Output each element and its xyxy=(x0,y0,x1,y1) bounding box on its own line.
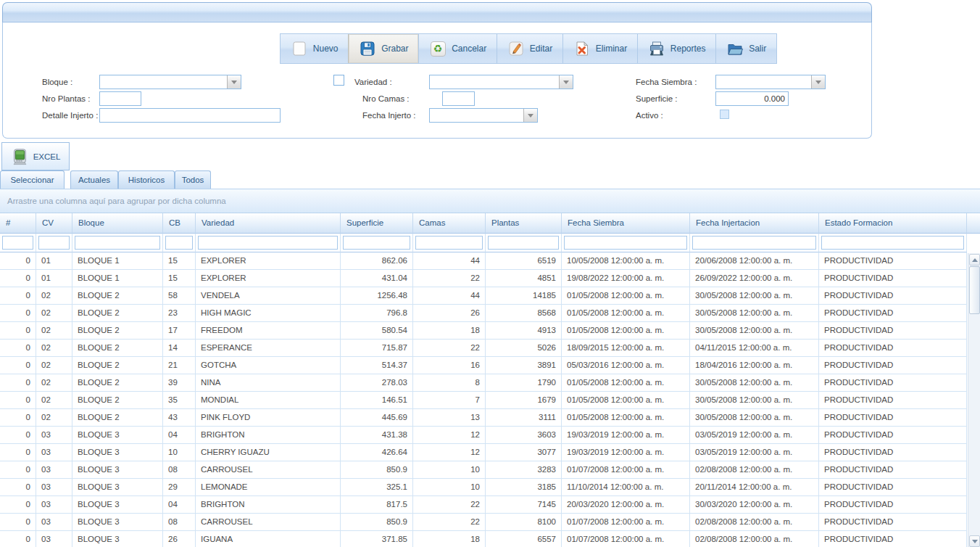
exit-button[interactable]: Salir xyxy=(715,34,776,63)
filter-input-bloque[interactable] xyxy=(75,236,160,250)
cell-plantas: 1790 xyxy=(486,374,562,392)
cancel-button[interactable]: ♻ Cancelar xyxy=(418,34,497,63)
table-row[interactable]: 003BLOQUE 308CARROUSEL850.922810001/07/2… xyxy=(0,514,980,531)
column-header-[interactable]: # xyxy=(0,213,36,234)
cell-cb: 39 xyxy=(163,374,196,392)
tab-todos[interactable]: Todos xyxy=(175,170,211,189)
fecha-siembra-dropdown-button[interactable] xyxy=(811,75,825,89)
fecha-siembra-combobox[interactable] xyxy=(715,75,826,89)
cell-fecha-siembra: 10/05/2008 12:00:00 a. m. xyxy=(562,252,690,270)
cell-: 0 xyxy=(0,531,36,547)
column-header-camas[interactable]: Camas xyxy=(413,213,486,234)
column-header-fecha-siembra[interactable]: Fecha Siembra xyxy=(562,213,690,234)
filter-input-cv[interactable] xyxy=(38,236,70,250)
table-row[interactable]: 003BLOQUE 308CARROUSEL850.910328301/07/2… xyxy=(0,461,980,479)
filter-input-variedad[interactable] xyxy=(198,236,338,250)
cell-cv: 02 xyxy=(36,287,72,305)
table-row[interactable]: 003BLOQUE 329LEMONADE325.110318511/10/20… xyxy=(0,479,980,496)
table-row[interactable]: 002BLOQUE 239NINA278.038179001/05/2008 1… xyxy=(0,374,980,392)
cell-variedad: CARROUSEL xyxy=(196,461,341,479)
vertical-scrollbar[interactable] xyxy=(968,253,980,547)
column-header-variedad[interactable]: Variedad xyxy=(196,213,341,234)
tab-historicos[interactable]: Historicos xyxy=(118,170,175,189)
excel-icon xyxy=(11,148,28,165)
new-button[interactable]: Nuevo xyxy=(281,34,348,63)
fecha-injerto-dropdown-button[interactable] xyxy=(523,109,537,122)
superficie-input[interactable] xyxy=(715,91,789,106)
column-header-bloque[interactable]: Bloque xyxy=(72,213,163,234)
save-button[interactable]: Grabar xyxy=(348,34,418,63)
table-row[interactable]: 003BLOQUE 304BRIGHTON817.522714520/03/20… xyxy=(0,496,980,514)
tab-seleccionar[interactable]: Seleccionar xyxy=(0,170,65,189)
table-row[interactable]: 003BLOQUE 304BRIGHTON431.3812360319/03/2… xyxy=(0,427,980,444)
column-header-superficie[interactable]: Superficie xyxy=(341,213,413,234)
cell-cb: 15 xyxy=(163,270,196,287)
bloque-dropdown-button[interactable] xyxy=(227,75,241,89)
column-header-estado-formacion[interactable]: Estado Formacion xyxy=(819,213,967,234)
table-row[interactable]: 002BLOQUE 221GOTCHA514.3716389105/03/201… xyxy=(0,357,980,374)
filter-cell-bloque xyxy=(72,234,163,252)
scrollbar-thumb[interactable] xyxy=(969,266,980,314)
cell-camas: 13 xyxy=(413,409,486,427)
column-header-fecha-injertacion[interactable]: Fecha Injertacion xyxy=(690,213,819,234)
excel-button[interactable]: EXCEL xyxy=(1,142,70,170)
table-row[interactable]: 001BLOQUE 115EXPLORER862.0644651910/05/2… xyxy=(0,252,980,270)
edit-button[interactable]: Editar xyxy=(497,34,562,63)
reports-button[interactable]: Reportes xyxy=(637,34,715,63)
variedad-dropdown-button[interactable] xyxy=(559,75,573,89)
column-header-cv[interactable]: CV xyxy=(36,213,72,234)
bloque-combobox[interactable] xyxy=(99,75,241,89)
fecha-injerto-combobox[interactable] xyxy=(429,108,538,123)
scroll-up-button[interactable] xyxy=(969,254,980,266)
cell-camas: 22 xyxy=(413,340,486,357)
cell-cb: 15 xyxy=(163,252,196,270)
nro-camas-input[interactable] xyxy=(442,91,475,106)
filter-cell-estado-formacion xyxy=(819,234,967,252)
cell-variedad: PINK FLOYD xyxy=(196,409,341,427)
cell-fecha-siembra: 05/03/2016 12:00:00 a. m. xyxy=(562,357,690,374)
cell-variedad: EXPLORER xyxy=(196,270,341,287)
filter-input-[interactable] xyxy=(2,236,33,250)
cell-fecha-injertacion: 20/06/2008 12:00:00 a. m. xyxy=(690,252,819,270)
cell-superficie: 426.64 xyxy=(341,444,413,461)
cell-variedad: VENDELA xyxy=(196,287,341,305)
cell-bloque: BLOQUE 3 xyxy=(72,461,163,479)
edit-icon xyxy=(507,40,525,57)
filter-input-camas[interactable] xyxy=(415,236,483,250)
filter-input-superficie[interactable] xyxy=(343,236,410,250)
grid-filter-row xyxy=(0,234,980,252)
table-row[interactable]: 001BLOQUE 115EXPLORER431.0422485119/08/2… xyxy=(0,270,980,287)
cell-bloque: BLOQUE 3 xyxy=(72,531,163,547)
table-row[interactable]: 002BLOQUE 243PINK FLOYD445.6913311101/05… xyxy=(0,409,980,427)
tab-actuales[interactable]: Actuales xyxy=(70,170,118,189)
filter-input-fecha-injertacion[interactable] xyxy=(692,236,816,250)
filter-input-plantas[interactable] xyxy=(488,236,559,250)
column-header-plantas[interactable]: Plantas xyxy=(486,213,562,234)
table-row[interactable]: 003BLOQUE 310CHERRY IGUAZU426.6412307719… xyxy=(0,444,980,461)
variedad-combobox[interactable] xyxy=(429,75,573,89)
column-header-cb[interactable]: CB xyxy=(163,213,196,234)
cell-estado-formacion: PRODUCTIVIDAD xyxy=(819,270,967,287)
table-row[interactable]: 002BLOQUE 258VENDELA1256.48441418501/05/… xyxy=(0,287,980,305)
table-row[interactable]: 003BLOQUE 326IGUANA371.8518655701/07/200… xyxy=(0,531,980,547)
table-row[interactable]: 002BLOQUE 235MONDIAL146.517167901/05/200… xyxy=(0,392,980,409)
cell-fecha-injertacion: 30/05/2008 12:00:00 a. m. xyxy=(690,392,819,409)
cell-superficie: 850.9 xyxy=(341,514,413,531)
filter-input-cb[interactable] xyxy=(165,236,193,250)
cell-variedad: GOTCHA xyxy=(196,357,341,374)
cell-fecha-injertacion: 02/08/2008 12:00:00 a. m. xyxy=(690,531,819,547)
delete-button[interactable]: Eliminar xyxy=(562,34,637,63)
detalle-injerto-input[interactable] xyxy=(99,108,281,123)
table-row[interactable]: 002BLOQUE 223HIGH MAGIC796.826856801/05/… xyxy=(0,305,980,322)
cell-cv: 03 xyxy=(36,444,72,461)
variedad-checkbox[interactable] xyxy=(333,75,344,86)
group-by-panel[interactable]: Arrastre una columna aquí para agrupar p… xyxy=(0,189,980,213)
filter-input-fecha-siembra[interactable] xyxy=(564,236,687,250)
scroll-down-button[interactable] xyxy=(969,535,980,547)
table-row[interactable]: 002BLOQUE 214ESPERANCE715.8722502618/09/… xyxy=(0,340,980,357)
fecha-siembra-combobox-value xyxy=(716,75,811,89)
table-row[interactable]: 002BLOQUE 217FREEDOM580.5418491301/05/20… xyxy=(0,322,980,340)
nro-plantas-input[interactable] xyxy=(99,91,141,106)
activo-checkbox[interactable] xyxy=(720,110,729,119)
filter-input-estado-formacion[interactable] xyxy=(821,236,964,250)
